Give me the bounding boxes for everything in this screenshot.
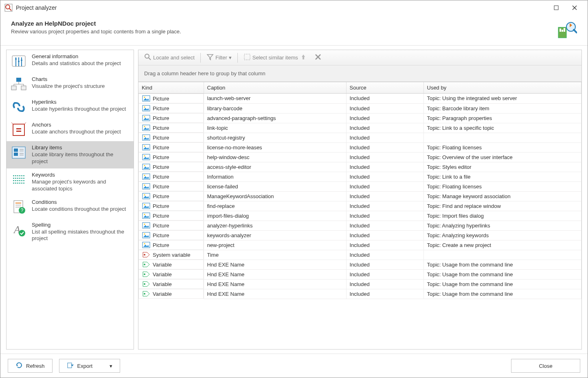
col-caption[interactable]: Caption xyxy=(204,82,346,94)
table-row[interactable]: Pictureshortcut-registryIncluded xyxy=(138,133,581,142)
table-row[interactable]: VariableHnd EXE NameIncludedTopic: Usage… xyxy=(138,260,581,269)
table-row[interactable]: Pictureimport-files-dialogIncludedTopic:… xyxy=(138,211,581,221)
cell-caption: help-window-desc xyxy=(204,152,346,162)
pic-icon xyxy=(142,242,150,248)
cell-caption: license-no-more-leases xyxy=(204,142,346,152)
pic-icon xyxy=(142,95,150,102)
cell-usedby: Topic: Usage from the command line xyxy=(423,260,581,269)
cell-kind: Variable xyxy=(138,279,204,289)
var-icon xyxy=(142,291,150,297)
cell-caption: new-project xyxy=(204,240,346,250)
svg-point-15 xyxy=(15,58,17,60)
svg-rect-116 xyxy=(68,363,72,368)
sidebar-item-conditions[interactable]: ?ConditionsLocate conditions throughout … xyxy=(7,196,134,218)
spelling-icon: A xyxy=(11,222,27,238)
window-title: Project analyzer xyxy=(16,4,547,11)
table-row[interactable]: Pictureadvanced-paragraph-settingsInclud… xyxy=(138,113,581,123)
cell-caption: Time xyxy=(204,250,346,260)
table-row[interactable]: Picturehelp-window-descIncludedTopic: Ov… xyxy=(138,152,581,162)
group-by-strip[interactable]: Drag a column header here to group by th… xyxy=(138,66,581,82)
sidebar-item-anchors[interactable]: AnchorsLocate anchors throughout the pro… xyxy=(7,118,134,141)
svg-rect-7 xyxy=(559,28,561,32)
data-grid[interactable]: Kind Caption Source Used by Picturelaunc… xyxy=(138,82,581,349)
cell-caption: analyzer-hyperlinks xyxy=(204,221,346,230)
table-row[interactable]: Picturelicense-failedIncludedTopic: Floa… xyxy=(138,181,581,191)
svg-rect-20 xyxy=(16,78,21,82)
svg-point-108 xyxy=(144,264,145,265)
table-row[interactable]: PictureManageKeywordAssociationIncludedT… xyxy=(138,191,581,201)
cell-source: Included xyxy=(346,260,423,269)
cell-usedby: Topic: Paragraph properties xyxy=(423,113,581,123)
table-row[interactable]: System variableTimeIncluded xyxy=(138,250,581,260)
col-source[interactable]: Source xyxy=(346,82,423,94)
svg-point-92 xyxy=(144,204,145,205)
pic-icon xyxy=(142,222,150,229)
svg-marker-53 xyxy=(207,55,213,60)
filter-button[interactable]: Filter ▾ xyxy=(203,52,235,63)
sidebar-item-keywords[interactable]: KeywordsManage project's keywords and as… xyxy=(7,168,134,196)
svg-point-112 xyxy=(144,283,145,285)
cell-usedby: Topic: Barcode library item xyxy=(423,103,581,113)
sysvar-icon xyxy=(142,251,150,258)
cell-source: Included xyxy=(346,162,423,172)
similar-button[interactable]: Select similar items xyxy=(240,52,310,63)
col-usedby[interactable]: Used by xyxy=(423,82,581,94)
svg-point-68 xyxy=(144,126,145,127)
svg-rect-54 xyxy=(244,54,250,60)
svg-point-83 xyxy=(144,175,145,176)
clear-button[interactable] xyxy=(311,52,325,63)
col-kind[interactable]: Kind xyxy=(138,82,204,94)
sidebar-item-library-items[interactable]: Library itemsLocate library items throug… xyxy=(7,141,134,168)
cell-kind: System variable xyxy=(138,250,204,260)
cell-source: Included xyxy=(346,152,423,162)
cell-source: Included xyxy=(346,133,423,142)
table-row[interactable]: Picturenew-projectIncludedTopic: Create … xyxy=(138,240,581,250)
sidebar-item-general-information[interactable]: General informationDetails and statistic… xyxy=(7,50,134,73)
cell-kind: Picture xyxy=(138,230,204,240)
refresh-button[interactable]: Refresh xyxy=(8,359,53,373)
sidebar-item-spelling[interactable]: ASpellingList all spelling mistakes thro… xyxy=(7,218,134,246)
cell-usedby xyxy=(423,133,581,142)
pic-icon xyxy=(142,144,150,151)
svg-point-50 xyxy=(19,230,25,236)
locate-button[interactable]: Locate and select xyxy=(141,52,198,63)
svg-point-62 xyxy=(144,107,145,108)
cell-source: Included xyxy=(346,181,423,191)
maximize-button[interactable] xyxy=(547,2,565,14)
export-icon xyxy=(67,362,74,370)
cell-caption: import-files-dialog xyxy=(204,211,346,221)
cell-caption: Information xyxy=(204,172,346,181)
cell-caption: advanced-paragraph-settings xyxy=(204,113,346,123)
cell-kind: Picture xyxy=(138,113,204,123)
cell-source: Included xyxy=(346,240,423,250)
table-row[interactable]: Picturefind-replaceIncludedTopic: Find a… xyxy=(138,201,581,211)
table-row[interactable]: Picturelibrary-barcodeIncludedTopic: Bar… xyxy=(138,103,581,113)
cell-source: Included xyxy=(346,172,423,181)
table-row[interactable]: VariableHnd EXE NameIncludedTopic: Usage… xyxy=(138,269,581,279)
cell-usedby: Topic: Overview of the user interface xyxy=(423,152,581,162)
table-row[interactable]: VariableHnd EXE NameIncludedTopic: Usage… xyxy=(138,289,581,299)
svg-point-59 xyxy=(144,97,145,98)
table-row[interactable]: Pictureaccess-style-editorIncludedTopic:… xyxy=(138,162,581,172)
link-icon xyxy=(11,99,27,115)
table-row[interactable]: VariableHnd EXE NameIncludedTopic: Usage… xyxy=(138,279,581,289)
table-row[interactable]: Picturelicense-no-more-leasesIncludedTop… xyxy=(138,142,581,152)
export-button[interactable]: Export ▾ xyxy=(59,359,120,373)
cell-source: Included xyxy=(346,211,423,221)
sidebar-item-charts[interactable]: ChartsVisualize the project's structure xyxy=(7,73,134,96)
cell-caption: ManageKeywordAssociation xyxy=(204,191,346,201)
chevron-down-icon: ▾ xyxy=(110,363,112,369)
cell-caption: link-topic xyxy=(204,123,346,133)
var-icon xyxy=(142,261,150,268)
sidebar-item-title: General information xyxy=(32,53,129,59)
table-row[interactable]: Picturekeywords-analyzerIncludedTopic: A… xyxy=(138,230,581,240)
sidebar-item-hyperlinks[interactable]: HyperlinksLocate hyperlinks throughout t… xyxy=(7,96,134,118)
table-row[interactable]: PictureInformationIncludedTopic: Link to… xyxy=(138,172,581,181)
table-row[interactable]: Picturelink-topicIncludedTopic: Link to … xyxy=(138,123,581,133)
svg-point-19 xyxy=(21,59,22,61)
table-row[interactable]: Picturelaunch-web-serverIncludedTopic: U… xyxy=(138,94,581,104)
table-row[interactable]: Pictureanalyzer-hyperlinksIncludedTopic:… xyxy=(138,221,581,230)
close-button[interactable] xyxy=(565,2,584,14)
pic-icon xyxy=(142,154,150,160)
close-dialog-button[interactable]: Close xyxy=(511,359,580,373)
